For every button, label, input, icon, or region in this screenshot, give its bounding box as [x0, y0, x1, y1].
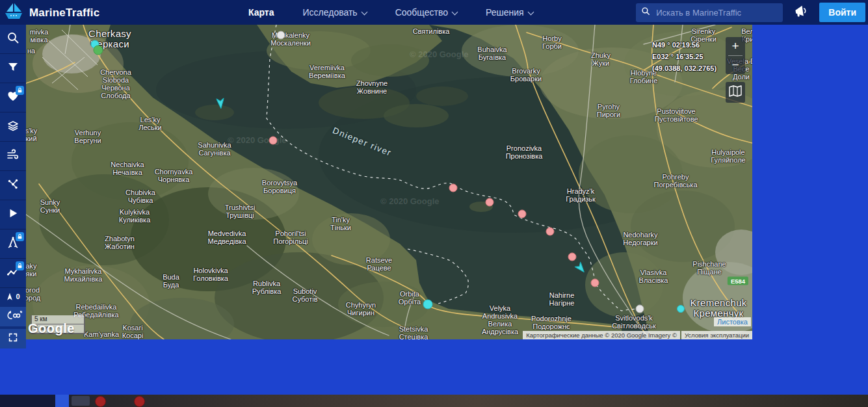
green-marker[interactable] [94, 46, 103, 55]
map-place-label: BudaБуда [163, 273, 179, 289]
sidebar-routes[interactable] [0, 171, 26, 200]
map-place-label: Les'kyЛеськи [138, 116, 162, 131]
sidebar-weather[interactable] [0, 142, 26, 171]
vessel-marker-underway[interactable] [216, 96, 225, 109]
sidebar-expand[interactable] [0, 329, 26, 348]
map-tools-sidebar: 0 [0, 25, 26, 348]
login-button[interactable]: Войти [819, 3, 865, 22]
layers-icon [7, 119, 20, 135]
vessel-marker-stopped[interactable] [449, 184, 458, 192]
map-place-label: KremenchukКременчук [690, 298, 746, 319]
vessel-marker-stopped[interactable] [591, 279, 599, 287]
expand-arrows-icon [7, 332, 19, 346]
ship-icon [6, 292, 14, 302]
map-place-label: RublivkaРублівка [252, 280, 282, 295]
background-red-dot [134, 396, 145, 407]
global-search[interactable] [636, 3, 783, 22]
background-red-dot [95, 396, 106, 407]
zoom-out-button[interactable]: − [726, 56, 745, 74]
map-place-label: VerhunyВергуни [74, 129, 101, 144]
vessel-marker-stopped[interactable] [486, 198, 494, 207]
marinetraffic-logo-icon [3, 1, 24, 25]
vessel-marker-stopped[interactable] [269, 137, 278, 145]
map-place-label: PyrohyПироги [597, 103, 620, 118]
map-place-label: BuhaivkaБугаївка [477, 46, 506, 61]
map-place-label: Hradyz'kГрадизьк [566, 187, 596, 203]
nav-item-Исследовать[interactable]: Исследовать [303, 7, 367, 18]
leaflet-attribution-link[interactable]: Листовка [714, 317, 751, 326]
nav-items: КартаИсследоватьСообществоРешения [248, 0, 533, 25]
sidebar-time-machine[interactable] [0, 307, 26, 326]
vessel-count-value: 0 [16, 293, 20, 300]
sidebar-playback[interactable] [0, 200, 26, 230]
white-marker[interactable] [636, 305, 644, 313]
map-type-button[interactable] [726, 82, 745, 103]
road-badge: E584 [728, 277, 748, 285]
sidebar-measure[interactable] [0, 230, 26, 259]
nav-item-Карта[interactable]: Карта [248, 7, 274, 18]
terms-of-use-link[interactable]: Условия эксплуатации [681, 331, 752, 339]
background-blue-tile [55, 395, 69, 407]
map-place-label: NedoharkyНедогарки [623, 231, 657, 246]
search-icon [641, 7, 650, 18]
sidebar-map-layers[interactable] [0, 112, 26, 142]
wind-icon [7, 148, 20, 164]
map-place-label: TrushivtsiТрушівці [225, 203, 256, 219]
map-place-label: NahirneНагірне [549, 291, 575, 307]
vessel-marker-stopped[interactable] [518, 210, 527, 218]
vessel-marker-stopped[interactable] [568, 253, 577, 261]
folded-map-icon [729, 85, 742, 99]
map-place-label: ChornyavkaЧорнявка [155, 168, 193, 183]
map-place-label: ChyhyrynЧигирин [346, 301, 376, 317]
sidebar-voyage-stats[interactable] [0, 259, 26, 288]
white-marker[interactable] [277, 31, 285, 40]
map-place-label: StetsivkaСтецівка [399, 325, 428, 339]
nav-item-Решения[interactable]: Решения [486, 7, 533, 18]
time-machine-infinity-icon [5, 310, 22, 324]
map-place-label: Pohoril'tsiПогорільці [273, 230, 308, 245]
map-canvas[interactable]: CherkasyЧеркасиmivkaмівканаMoskalenkyМос… [26, 25, 752, 339]
google-logo[interactable]: Google [28, 321, 75, 336]
map-place-label: BorovytsyaБоровиця [262, 179, 297, 194]
map-place-label: RatseveРацеве [366, 256, 392, 272]
brand[interactable]: MarineTraffic [3, 1, 99, 25]
lock-icon [16, 86, 24, 95]
zoom-in-button[interactable]: + [726, 37, 745, 55]
announcements-megaphone-icon[interactable] [793, 3, 809, 22]
brand-name: MarineTraffic [29, 7, 99, 20]
map-place-label: PodorozhnjeПодорожнє [531, 315, 572, 330]
map-place-label: VelykaAndrusivkaВеликаАндрусівка [482, 304, 518, 335]
map-place-label: HulyaipoleГуляйполе [711, 148, 745, 164]
cursor-coordinates: N49 ° 02'19.56 E032 ° 16'35.25 (49.0388,… [652, 39, 717, 74]
google-watermark: © 2020 Google [380, 196, 440, 206]
cyan-marker[interactable] [677, 305, 685, 313]
search-icon [7, 31, 20, 47]
map-place-label: orodород [26, 286, 40, 302]
map-place-label: KulykivkaКуликівка [119, 208, 151, 224]
map-place-label: PronozivkaПронозівка [506, 144, 543, 160]
sidebar-my-fleet[interactable] [0, 83, 26, 112]
map-place-label: BrovarkyБроварки [510, 67, 542, 83]
map-place-label: PustoviitoveПустовійтове [654, 107, 698, 123]
map-place-label: PohrebyПогребівська [653, 173, 697, 189]
sidebar-filters[interactable] [0, 54, 26, 83]
cyan-marker[interactable] [423, 300, 433, 309]
map-place-label: Kam'yanka [84, 330, 119, 338]
map-place-label: SubotivСуботів [292, 287, 317, 303]
search-input[interactable] [655, 7, 778, 18]
map-place-label: HolovkivkaГоловківка [193, 267, 228, 282]
background-gray-tile [72, 396, 90, 406]
topbar-right: Войти [636, 0, 865, 25]
vessel-counter[interactable]: 0 [0, 288, 26, 305]
map-place-label: ChubivkaЧубівка [125, 189, 155, 204]
play-icon [7, 207, 19, 222]
sidebar-search[interactable] [0, 25, 26, 54]
vessel-marker-stopped[interactable] [546, 228, 555, 236]
chevron-down-icon [452, 9, 458, 16]
map-place-label: ZhovnyneЖовнине [356, 79, 388, 95]
zoom-controls: + − [726, 37, 745, 74]
map-place-label: на [27, 47, 35, 55]
nav-item-Сообщество[interactable]: Сообщество [395, 7, 457, 18]
map-place-label: SunkyСунки [40, 198, 60, 214]
filter-icon [7, 60, 20, 76]
